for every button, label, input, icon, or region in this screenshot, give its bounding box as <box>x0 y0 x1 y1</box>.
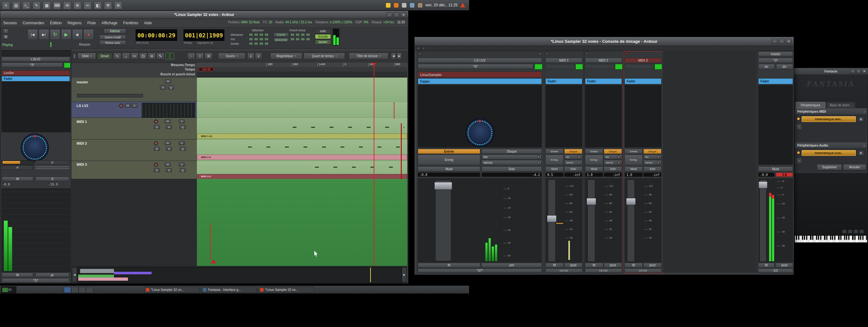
meter-point-post-button[interactable]: post <box>564 263 582 268</box>
display-icon[interactable]: ▤ <box>12 1 20 9</box>
nudge-right-button[interactable]: ▶ <box>397 53 402 59</box>
selection-start-value[interactable]: 00 00 00 00 <box>249 33 268 36</box>
main-clock-mode[interactable]: INT:JACK <box>136 41 149 44</box>
ruler-loop-label[interactable]: Boucle et punch-in/out <box>146 72 195 76</box>
strip-output-button[interactable]: LS LV2 <box>585 269 622 273</box>
solo-button[interactable]: Solo <box>564 167 582 172</box>
playhead-line[interactable] <box>374 63 374 266</box>
lane-midi3[interactable]: MIDI 3-3 <box>197 161 407 179</box>
tool-zoom-button[interactable]: ⊡ <box>139 53 147 59</box>
secondary-clock[interactable]: 001|02|1909 <box>184 29 224 41</box>
track-shrink-button[interactable]: ∧ <box>247 53 254 59</box>
meter-point-m-button[interactable]: M <box>758 263 775 268</box>
solo-button[interactable]: Solo <box>604 167 622 172</box>
tool-cut-button[interactable]: ✂ <box>130 53 138 59</box>
record-enable-button[interactable]: R <box>2 166 33 170</box>
goto-end-button[interactable]: ▶| <box>39 29 49 40</box>
add-audio-device-button[interactable]: + <box>797 158 801 163</box>
gain-display[interactable]: -0.0 <box>758 173 775 177</box>
record-button[interactable]: ● <box>83 29 94 40</box>
disk-source-button[interactable]: Disque <box>604 149 622 154</box>
ruler-tempo-label[interactable]: Tempo <box>146 68 195 71</box>
strip-output-button[interactable]: LS LV2 <box>624 269 661 273</box>
midi2-playlist-button[interactable]: p <box>154 147 160 151</box>
mixer-titlebar[interactable]: *Linux Sampler 32 voies - Console de mix… <box>414 37 794 46</box>
punch-out-value[interactable]: 00 00 00 00 <box>291 38 310 41</box>
gain-display[interactable]: 1.0 <box>585 173 603 177</box>
monitor-button[interactable]: écoute <box>315 34 331 39</box>
keyboard-tool-button[interactable] <box>842 230 847 233</box>
collapse-icon[interactable]: ▴ <box>864 110 865 113</box>
meter-point-m-button[interactable]: M <box>418 263 480 268</box>
midi-devices-header[interactable]: Périphériques MIDI ▴ <box>795 109 867 114</box>
note-edit-button[interactable] <box>170 53 174 59</box>
lslv2-solo-button[interactable]: s <box>131 103 137 108</box>
midi2-mute-button[interactable]: m <box>165 141 171 145</box>
strip-io-button[interactable] <box>624 64 654 69</box>
gear-icon[interactable]: ⚙ <box>114 1 122 9</box>
midi-device-item[interactable]: PERIPHERIQUE MIDI... <box>802 116 856 122</box>
solo-button[interactable]: solo <box>315 29 331 33</box>
input-source-button[interactable]: Entrée <box>418 149 480 154</box>
close-icon[interactable]: ✕ <box>401 12 407 18</box>
add-midi-device-button[interactable]: + <box>797 124 801 129</box>
gain-display[interactable]: -0.0 <box>418 173 480 177</box>
peak-display[interactable]: -4.2 <box>482 173 542 177</box>
strip-mute-button[interactable]: M <box>2 177 33 181</box>
peak-display[interactable]: -inf <box>564 173 582 177</box>
tool-grab-button[interactable]: ↖ <box>113 53 121 59</box>
zoom-in-button[interactable]: + <box>196 53 204 59</box>
phase-1-button[interactable]: Ø1 <box>758 64 775 69</box>
solo-lock-row[interactable]: verrou <box>564 160 582 165</box>
goto-start-button[interactable]: |◀ <box>27 29 38 40</box>
processor-fader[interactable]: Fader <box>624 78 661 84</box>
meter-point-pre-button[interactable]: pré <box>482 263 542 268</box>
meter-mode-label[interactable]: Signature ryt <box>197 41 213 44</box>
strip-meter-box[interactable] <box>2 188 70 272</box>
follow-edits-button[interactable]: Suivre modif <box>99 35 126 39</box>
menu-piste[interactable]: Piste <box>84 21 99 25</box>
midi1-group-button[interactable]: g <box>180 125 186 129</box>
midi3-playlist-button[interactable]: p <box>154 168 160 172</box>
mute-button[interactable]: Muet <box>758 167 793 172</box>
strip-header-box[interactable] <box>2 50 70 56</box>
feedback-button[interactable]: larsen <box>315 39 331 44</box>
editor-titlebar[interactable]: *Linux Sampler 32 voies - Ardour <box>0 11 408 19</box>
solo-lock-row[interactable]: verrou <box>482 160 542 165</box>
menu-icon[interactable]: ≡ <box>2 1 10 9</box>
close-icon[interactable]: ✕ <box>786 39 792 44</box>
keyboard-icon[interactable]: ⌨ <box>53 1 61 9</box>
phase-2-button[interactable]: Ø2 <box>776 64 793 69</box>
strip-output-button[interactable]: 1/2 <box>758 269 793 273</box>
strip-output-button[interactable]: *37* <box>418 269 542 273</box>
editor-icon[interactable]: ✎ <box>33 1 40 9</box>
track-header-midi2[interactable]: MIDI 2 <box>71 140 197 161</box>
fader-track[interactable] <box>760 179 767 262</box>
punch-out-button[interactable]: descente <box>274 38 289 42</box>
processor-box[interactable] <box>585 85 622 148</box>
record-enable-button[interactable]: Enreg. <box>546 154 564 165</box>
strip-hide-button[interactable]: ▫ <box>418 52 422 56</box>
tab-base-de-donnees[interactable]: Base de donn... <box>826 102 856 108</box>
midi-device-settings-button[interactable]: ⚙ <box>858 116 864 122</box>
stop-button[interactable]: ■ <box>72 29 83 40</box>
strip-input-button[interactable]: *3* <box>2 63 63 67</box>
lslv2-mute-button[interactable]: m <box>125 103 131 108</box>
fader-handle[interactable] <box>547 215 557 222</box>
taskbar-item-ardour-editor[interactable]: *Linux Sampler 32 vo... <box>144 287 200 293</box>
fader-track[interactable] <box>627 179 635 262</box>
fader-handle[interactable] <box>758 181 768 188</box>
strip-input-button[interactable]: *3* <box>758 58 793 63</box>
alert-button[interactable]: ! <box>3 29 9 33</box>
maximize-icon[interactable]: ▫ <box>779 39 785 44</box>
mixer-mini-button[interactable]: ▫ <box>416 47 420 50</box>
processor-box[interactable] <box>546 85 582 148</box>
strip-hide-button[interactable]: ▫ <box>585 52 588 55</box>
processor-fader[interactable]: Fader <box>546 78 582 84</box>
midi3-group-button[interactable]: g <box>180 168 186 172</box>
keyboard-tool-button[interactable] <box>848 230 852 233</box>
tool-range-button[interactable]: ↔ <box>122 53 130 59</box>
strip-gain-value[interactable]: -0.0 <box>2 183 10 186</box>
strip-io-button[interactable] <box>585 64 614 69</box>
input-source-button[interactable]: Entrée <box>585 149 603 154</box>
